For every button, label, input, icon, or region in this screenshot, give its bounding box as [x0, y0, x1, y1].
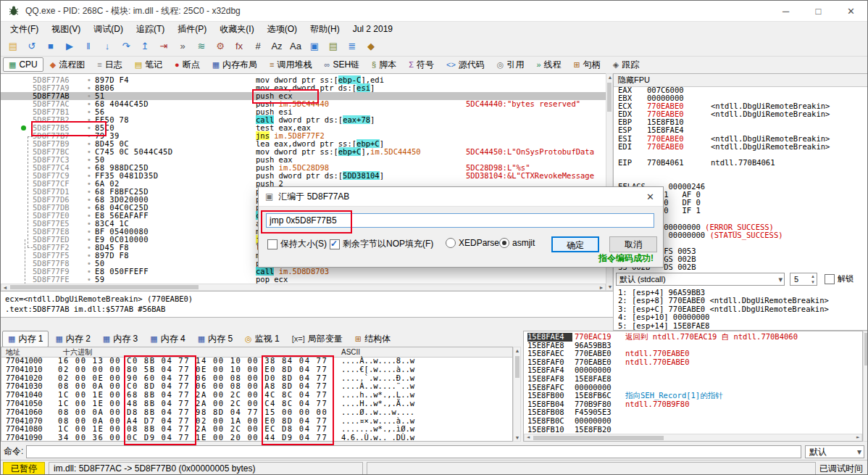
restart-icon[interactable]: ↺	[23, 39, 41, 54]
tab-memory-2[interactable]: ▦内存 2	[49, 331, 96, 347]
tab-struct[interactable]: ⊞结构体	[349, 331, 396, 347]
disasm-row[interactable]: 5D8F77BC•C745 0C 5044C45Dmov dword ptr s…	[1, 148, 606, 156]
case-text-icon[interactable]: Aa	[287, 39, 304, 54]
maximize-button[interactable]: □	[802, 1, 835, 21]
stack-horizontal-scrollbar[interactable]: ◄ ►	[524, 434, 862, 442]
execute-till-return-icon[interactable]: ↥	[136, 39, 154, 54]
register-row[interactable]: ESP15E8FAE4	[614, 126, 868, 134]
dump-row[interactable]: 7704106008 00 0A 00 D8 8B 04 77 98 8D 04…	[1, 408, 512, 417]
stack-row[interactable]: 15E8FAF815E8FAE8	[524, 375, 862, 384]
tab-log[interactable]: ≡日志	[91, 57, 128, 73]
tab-trace[interactable]: ◈跟踪	[607, 57, 645, 73]
command-input[interactable]	[26, 445, 801, 458]
disasm-row[interactable]: 5D8F77A9•8B06mov eax,dword ptr ds:[esi]	[1, 84, 606, 92]
stack-row[interactable]: 15E8FB0015E8FB6C指向SEH_Record[1]的指针	[524, 392, 862, 400]
xedparse-radio-circle[interactable]	[446, 238, 456, 248]
menu-item[interactable]: 文件(F)	[4, 22, 45, 37]
az-text-icon[interactable]: Az	[268, 39, 285, 54]
cpu-monitor-icon[interactable]: ▣	[306, 39, 323, 54]
tab-source[interactable]: <>源代码	[441, 57, 491, 73]
trace-into-icon[interactable]: ≋	[193, 39, 210, 54]
dialog-close-icon[interactable]: ✕	[644, 191, 656, 202]
tab-watch-1[interactable]: ◎监视 1	[239, 331, 285, 347]
dump-vertical-scrollbar[interactable]: ▲ ▼	[513, 347, 521, 442]
menu-item[interactable]: 调试(D)	[87, 22, 130, 37]
assemble-instruction-input[interactable]	[266, 213, 654, 228]
dump-row[interactable]: 7704109034 00 36 00 0C D9 04 77 1E 00 20…	[1, 434, 512, 442]
log-lines-icon[interactable]: ≣	[343, 39, 361, 54]
tab-memory-1[interactable]: ▦内存 1	[2, 331, 49, 347]
dump-row[interactable]: 7704101002 00 00 00 80 5B 04 77 0E 00 10…	[1, 365, 512, 374]
tab-locals[interactable]: [x=]局部变量	[286, 331, 349, 347]
menu-item[interactable]: Jul 2 2019	[346, 22, 399, 36]
notes-book-icon[interactable]: ▤	[325, 39, 342, 54]
tab-breakpoints[interactable]: ●断点	[169, 57, 206, 73]
run-to-user-code-icon[interactable]: ⇥	[155, 39, 172, 54]
register-row[interactable]: EIP770B4061ntdll.770B4061	[614, 159, 868, 167]
call-argument-row[interactable]: 4: [esp+10] 00000000	[614, 313, 868, 321]
call-argument-row[interactable]: 5: [esp+14] 15E8FAE8	[614, 322, 868, 330]
tab-script[interactable]: §脚本	[366, 57, 402, 73]
tab-flowchart[interactable]: ◆流程图	[44, 57, 91, 73]
animate-into-icon[interactable]: »	[174, 39, 191, 54]
step-into-icon[interactable]: ↓	[99, 39, 116, 54]
stack-row[interactable]: 15E8FB0C00000000	[524, 417, 862, 426]
calling-convention-select[interactable]: 默认 (stdcall) ▾	[616, 273, 785, 286]
step-over-icon[interactable]: ↷	[117, 39, 135, 54]
memory-dump-panel[interactable]: 地址 十六进制 ASCII 7704100016 00 13 00 C0 8B …	[1, 347, 513, 442]
nop-fill-checkbox-box[interactable]	[330, 239, 340, 249]
tab-cpu[interactable]: ▦CPU	[3, 57, 43, 72]
breakpoint-dot[interactable]	[21, 125, 26, 131]
ok-button[interactable]: 确定	[551, 236, 599, 252]
tab-references[interactable]: ◎引用	[491, 57, 530, 73]
command-script-select[interactable]: 默认 ▾	[805, 445, 864, 458]
dump-row[interactable]: 770410501C 00 1E 00 48 8B 04 77 2A 00 2C…	[1, 400, 512, 408]
tab-handles[interactable]: ⊞句柄	[568, 57, 606, 73]
disasm-row[interactable]: 5D8F77C9•FF35 0481D35Dpush dword ptr ds:…	[1, 172, 606, 180]
stack-row[interactable]: 15E8FAE4770EAC19返回到 ntdll.770EAC19 自 ntd…	[524, 333, 862, 342]
unlock-checkbox[interactable]: 解锁	[825, 273, 854, 284]
open-file-icon[interactable]: ▤	[4, 39, 22, 54]
disasm-horizontal-scrollbar[interactable]: ◄ ►	[1, 284, 606, 291]
cancel-button[interactable]: 取消	[609, 236, 657, 252]
stack-panel[interactable]: 15E8FAE4770EAC19返回到 ntdll.770EAC19 自 ntd…	[523, 331, 863, 442]
menu-item[interactable]: 收藏夹(I)	[213, 22, 260, 37]
disasm-row[interactable]: 5D8F77FE•59pop ecx	[1, 276, 606, 284]
tab-seh[interactable]: ∞SEH链	[319, 57, 366, 73]
settings-gear-icon[interactable]: ⚙	[212, 39, 229, 54]
menu-item[interactable]: 帮助(H)	[304, 22, 346, 37]
tab-symbols[interactable]: Σ符号	[403, 57, 440, 73]
unlock-checkbox-box[interactable]	[825, 274, 835, 284]
tab-memory-4[interactable]: ▦内存 4	[144, 331, 191, 347]
menu-item[interactable]: 插件(P)	[171, 22, 213, 37]
disasm-row[interactable]: 5D8F77AC•68 4044C45Dpush im.5DC444405DC4…	[1, 100, 606, 108]
favourites-icon[interactable]: ◆	[362, 39, 380, 54]
asmjit-radio-circle[interactable]	[499, 238, 509, 248]
minimize-button[interactable]: ─	[769, 1, 802, 21]
register-row[interactable]: ESI770EABE0<ntdll.DbgUiRemoteBreakin>	[614, 135, 868, 143]
assemble-dialog-titlebar[interactable]: ▣ 汇编于 5D8F77AB ✕	[259, 187, 663, 207]
tab-call-stack[interactable]: ≡调用堆栈	[264, 57, 317, 73]
arg-count-stepper[interactable]: 5 ▲▼	[790, 273, 817, 286]
tab-memory-3[interactable]: ▦内存 3	[97, 331, 143, 347]
menu-item[interactable]: 选项(O)	[261, 22, 304, 37]
close-button[interactable]: ✕	[835, 1, 867, 21]
disasm-row[interactable]: 5D8F77F9•E8 050FFEFFcall im.5D8D8703	[1, 268, 606, 276]
asmjit-radio[interactable]: asmjit	[499, 238, 535, 248]
tab-memory-map[interactable]: ▦内存布局	[206, 57, 263, 73]
nop-fill-checkbox[interactable]: 剩余字节以NOP填充(F)	[330, 238, 433, 250]
tab-memory-5[interactable]: ▦内存 5	[192, 331, 238, 347]
tab-threads[interactable]: »线程	[530, 57, 567, 73]
fx-icon[interactable]: fx	[230, 39, 248, 54]
keep-size-checkbox-box[interactable]	[267, 239, 277, 249]
stop-icon[interactable]: ■	[42, 39, 59, 54]
stack-row[interactable]: 15E8FB1015E8FB20	[524, 426, 862, 434]
register-row[interactable]: EDI770EABE0<ntdll.DbgUiRemoteBreakin>	[614, 143, 868, 151]
menu-item[interactable]: 视图(V)	[45, 22, 87, 37]
keep-size-checkbox[interactable]: 保持大小(S)	[267, 238, 327, 250]
stack-vertical-scrollbar[interactable]	[863, 331, 868, 442]
menu-item[interactable]: 追踪(T)	[130, 22, 171, 37]
run-icon[interactable]: ▶	[61, 39, 78, 54]
xedparse-radio[interactable]: XEDParse	[446, 238, 499, 248]
strings-icon[interactable]: #	[249, 39, 267, 54]
